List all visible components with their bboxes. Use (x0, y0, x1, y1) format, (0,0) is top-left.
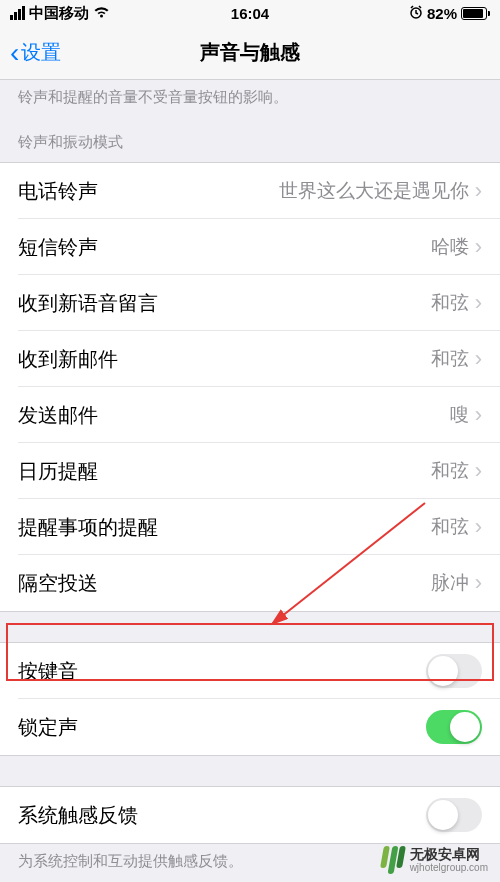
row-label: 隔空投送 (18, 570, 431, 597)
row-label: 提醒事项的提醒 (18, 514, 431, 541)
page-title: 声音与触感 (200, 39, 300, 66)
row-label: 日历提醒 (18, 458, 431, 485)
haptics-group: 系统触感反馈 (0, 786, 500, 844)
nav-bar: ‹ 设置 声音与触感 (0, 26, 500, 80)
row-label: 系统触感反馈 (18, 802, 426, 829)
wifi-icon (93, 5, 110, 22)
row-value: 嗖 (450, 402, 469, 428)
status-time: 16:04 (231, 5, 269, 22)
sounds-group: 电话铃声 世界这么大还是遇见你 › 短信铃声 哈喽 › 收到新语音留言 和弦 ›… (0, 162, 500, 612)
row-label: 短信铃声 (18, 234, 431, 261)
section-header-sounds: 铃声和振动模式 (0, 117, 500, 162)
back-label: 设置 (21, 39, 61, 66)
chevron-left-icon: ‹ (10, 39, 19, 67)
keyboard-clicks-toggle[interactable] (426, 654, 482, 688)
watermark-url: wjhotelgroup.com (410, 862, 488, 873)
row-calendar[interactable]: 日历提醒 和弦 › (0, 443, 500, 499)
row-value: 哈喽 (431, 234, 469, 260)
row-value: 和弦 (431, 458, 469, 484)
battery-pct: 82% (427, 5, 457, 22)
watermark-title: 无极安卓网 (410, 847, 488, 862)
carrier-label: 中国移动 (29, 4, 89, 23)
row-new-mail[interactable]: 收到新邮件 和弦 › (0, 331, 500, 387)
row-label: 收到新邮件 (18, 346, 431, 373)
chevron-right-icon: › (475, 180, 482, 202)
section-footer-1: 铃声和提醒的音量不受音量按钮的影响。 (0, 80, 500, 117)
status-bar: 中国移动 16:04 82% (0, 0, 500, 26)
back-button[interactable]: ‹ 设置 (10, 39, 61, 67)
chevron-right-icon: › (475, 460, 482, 482)
row-ringtone[interactable]: 电话铃声 世界这么大还是遇见你 › (0, 163, 500, 219)
battery-icon (461, 7, 490, 20)
row-text-tone[interactable]: 短信铃声 哈喽 › (0, 219, 500, 275)
chevron-right-icon: › (475, 572, 482, 594)
row-lock-sound: 锁定声 (0, 699, 500, 755)
row-airdrop[interactable]: 隔空投送 脉冲 › (0, 555, 500, 611)
row-label: 发送邮件 (18, 402, 450, 429)
chevron-right-icon: › (475, 404, 482, 426)
watermark: 无极安卓网 wjhotelgroup.com (382, 846, 488, 874)
row-keyboard-clicks: 按键音 (0, 643, 500, 699)
system-haptics-toggle[interactable] (426, 798, 482, 832)
chevron-right-icon: › (475, 516, 482, 538)
row-voicemail[interactable]: 收到新语音留言 和弦 › (0, 275, 500, 331)
lock-sound-toggle[interactable] (426, 710, 482, 744)
row-sent-mail[interactable]: 发送邮件 嗖 › (0, 387, 500, 443)
row-system-haptics: 系统触感反馈 (0, 787, 500, 843)
alarm-icon (409, 5, 423, 22)
row-value: 和弦 (431, 290, 469, 316)
toggles-group: 按键音 锁定声 (0, 642, 500, 756)
row-label: 电话铃声 (18, 178, 279, 205)
row-value: 世界这么大还是遇见你 (279, 178, 469, 204)
row-value: 脉冲 (431, 570, 469, 596)
row-reminders[interactable]: 提醒事项的提醒 和弦 › (0, 499, 500, 555)
row-value: 和弦 (431, 514, 469, 540)
row-label: 按键音 (18, 658, 426, 685)
watermark-logo-icon (382, 846, 404, 874)
chevron-right-icon: › (475, 292, 482, 314)
row-label: 收到新语音留言 (18, 290, 431, 317)
row-value: 和弦 (431, 346, 469, 372)
signal-icon (10, 6, 25, 20)
row-label: 锁定声 (18, 714, 426, 741)
chevron-right-icon: › (475, 348, 482, 370)
chevron-right-icon: › (475, 236, 482, 258)
